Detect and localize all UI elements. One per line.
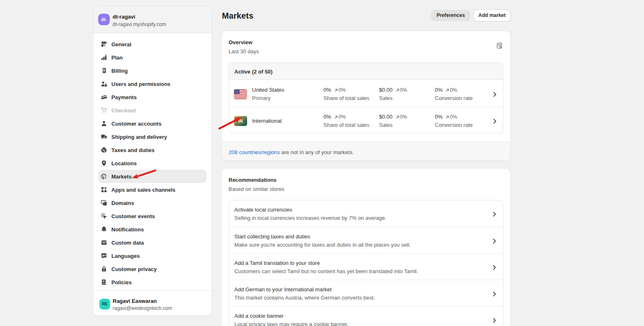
svg-text:A: A (102, 254, 104, 257)
svg-text:$: $ (103, 68, 105, 72)
svg-text:$: $ (104, 176, 106, 179)
